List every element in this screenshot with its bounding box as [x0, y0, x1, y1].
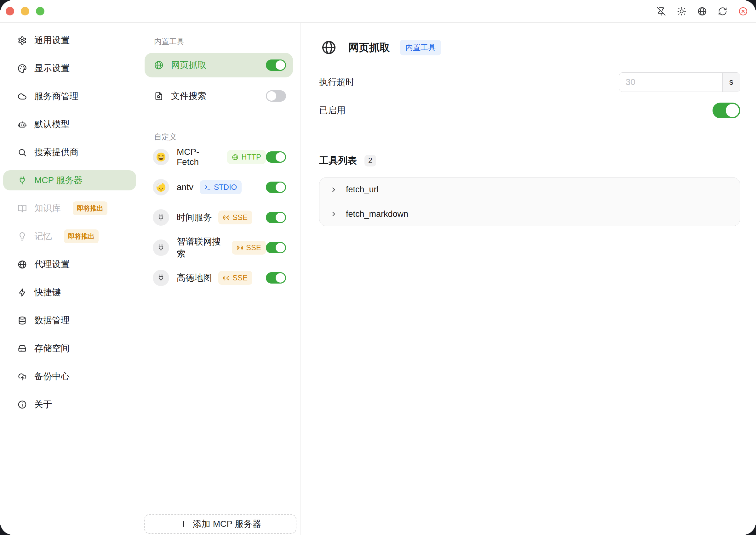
- chevron-right-icon: [330, 211, 337, 217]
- builtin-tool-file-search[interactable]: 文件搜索: [145, 84, 293, 108]
- server-detail-panel: 网页抓取 内置工具 执行超时 s 已启用 工具列表 2: [301, 23, 756, 535]
- enabled-toggle[interactable]: [712, 102, 740, 118]
- sidebar-item-shortcuts[interactable]: 快捷键: [3, 282, 136, 302]
- window-content: 通用设置 显示设置 服务商管理 默认模型 搜索提供商 MCP 服务器 知识库 即…: [0, 23, 756, 535]
- hard-drive-icon: [18, 344, 27, 353]
- server-avatar: [153, 179, 169, 195]
- info-icon: [18, 400, 27, 409]
- terminal-icon: [204, 184, 211, 191]
- sidebar-item-storage[interactable]: 存储空间: [3, 338, 136, 358]
- close-traffic-light[interactable]: [6, 7, 14, 15]
- transport-badge-stdio: STDIO: [200, 180, 242, 194]
- sidebar-item-about[interactable]: 关于: [3, 394, 136, 414]
- timeout-input[interactable]: [619, 73, 722, 92]
- antv-toggle[interactable]: [266, 182, 286, 193]
- mcp-fetch-toggle[interactable]: [266, 151, 286, 163]
- amap-toggle[interactable]: [266, 272, 286, 284]
- sidebar-item-proxy[interactable]: 代理设置: [3, 254, 136, 274]
- sidebar-item-search-providers[interactable]: 搜索提供商: [3, 142, 136, 162]
- sun-icon[interactable]: [677, 7, 686, 16]
- zhipu-web-search-toggle[interactable]: [266, 242, 286, 253]
- custom-servers-list: MCP-Fetch HTTP antv STDIO 时间服务 SSE: [145, 142, 293, 293]
- detail-title: 网页抓取: [348, 41, 390, 55]
- plus-icon: [180, 520, 188, 528]
- custom-server-amap[interactable]: 高德地图 SSE: [145, 263, 293, 293]
- sidebar-item-label: 显示设置: [34, 62, 70, 74]
- file-search-icon: [154, 91, 164, 101]
- sidebar-item-mcp-servers[interactable]: MCP 服务器: [3, 170, 136, 190]
- minimize-traffic-light[interactable]: [21, 7, 29, 15]
- enabled-row: 已启用: [319, 96, 740, 125]
- sidebar-item-label: 通用设置: [34, 34, 70, 46]
- sidebar-item-label: 记忆: [34, 230, 52, 242]
- zap-icon: [18, 288, 27, 297]
- globe-icon: [18, 260, 27, 269]
- tool-row-fetch_url[interactable]: fetch_url: [319, 178, 740, 202]
- sidebar-item-label: 搜索提供商: [34, 146, 78, 158]
- close-circle-icon[interactable]: [738, 7, 748, 16]
- pin-off-icon[interactable]: [656, 7, 666, 16]
- file-search-toggle[interactable]: [266, 90, 286, 102]
- radio-icon: [223, 214, 229, 221]
- grinning-face-emoji-icon: [156, 152, 166, 162]
- tool-name: fetch_markdown: [346, 209, 408, 219]
- server-avatar: [153, 149, 169, 165]
- timeout-input-group: s: [619, 72, 740, 92]
- transport-badge-sse: SSE: [232, 241, 266, 255]
- sidebar-item-display[interactable]: 显示设置: [3, 58, 136, 78]
- zoom-traffic-light[interactable]: [36, 7, 45, 15]
- sidebar-item-memory[interactable]: 记忆 即将推出: [3, 226, 136, 246]
- sidebar-item-label: 关于: [34, 398, 52, 410]
- refresh-icon[interactable]: [718, 7, 727, 16]
- settings-sidebar: 通用设置 显示设置 服务商管理 默认模型 搜索提供商 MCP 服务器 知识库 即…: [0, 23, 140, 535]
- sidebar-item-data-management[interactable]: 数据管理: [3, 310, 136, 330]
- database-icon: [18, 316, 27, 325]
- custom-server-zhipu-web-search[interactable]: 智谱联网搜索 SSE: [145, 233, 293, 263]
- server-name: 智谱联网搜索: [177, 236, 226, 260]
- sidebar-item-default-models[interactable]: 默认模型: [3, 114, 136, 134]
- sidebar-item-label: 默认模型: [34, 118, 70, 130]
- builtin-tool-name: 网页抓取: [171, 59, 206, 71]
- sidebar-item-providers[interactable]: 服务商管理: [3, 86, 136, 106]
- transport-badge-http: HTTP: [227, 150, 266, 164]
- detail-settings: 执行超时 s 已启用: [319, 68, 740, 125]
- custom-server-antv[interactable]: antv STDIO: [145, 172, 293, 202]
- coming-soon-badge: 即将推出: [73, 201, 107, 215]
- builtin-tool-name: 文件搜索: [171, 90, 206, 102]
- custom-server-mcp-fetch[interactable]: MCP-Fetch HTTP: [145, 142, 293, 172]
- sidebar-item-general[interactable]: 通用设置: [3, 30, 136, 50]
- book-open-icon: [18, 204, 27, 213]
- sidebar-item-label: 代理设置: [34, 258, 70, 270]
- globe-icon[interactable]: [697, 7, 707, 16]
- section-divider: [149, 118, 291, 118]
- server-name: 时间服务: [177, 211, 212, 223]
- sidebar-item-label: 服务商管理: [34, 90, 78, 102]
- titlebar-actions: [656, 7, 748, 16]
- add-mcp-server-button[interactable]: 添加 MCP 服务器: [144, 514, 296, 534]
- timeout-label: 执行超时: [319, 76, 354, 88]
- coming-soon-badge: 即将推出: [64, 229, 99, 243]
- tools-count-badge: 2: [364, 155, 376, 166]
- radio-icon: [237, 244, 243, 251]
- plug-icon: [157, 243, 165, 252]
- tool-row-fetch_markdown[interactable]: fetch_markdown: [319, 202, 740, 226]
- web-fetch-toggle[interactable]: [266, 60, 286, 71]
- transport-badge-sse: SSE: [218, 271, 252, 285]
- custom-server-time-service[interactable]: 时间服务 SSE: [145, 202, 293, 233]
- sidebar-item-knowledge-base[interactable]: 知识库 即将推出: [3, 198, 136, 218]
- plug-icon: [157, 274, 165, 282]
- timeout-unit: s: [722, 73, 740, 92]
- time-service-toggle[interactable]: [266, 212, 286, 223]
- builtin-tool-web-fetch[interactable]: 网页抓取: [145, 53, 293, 77]
- transport-badge-sse: SSE: [218, 211, 252, 224]
- traffic-lights: [6, 7, 45, 15]
- server-avatar: [153, 209, 169, 226]
- robot-icon: [18, 120, 27, 129]
- cloud-icon: [18, 92, 27, 101]
- sidebar-item-label: MCP 服务器: [34, 174, 83, 186]
- tools-list-title: 工具列表: [319, 154, 357, 167]
- globe-icon: [321, 40, 336, 55]
- cloud-upload-icon: [18, 372, 27, 381]
- sidebar-item-backup[interactable]: 备份中心: [3, 366, 136, 386]
- sidebar-item-label: 备份中心: [34, 370, 70, 382]
